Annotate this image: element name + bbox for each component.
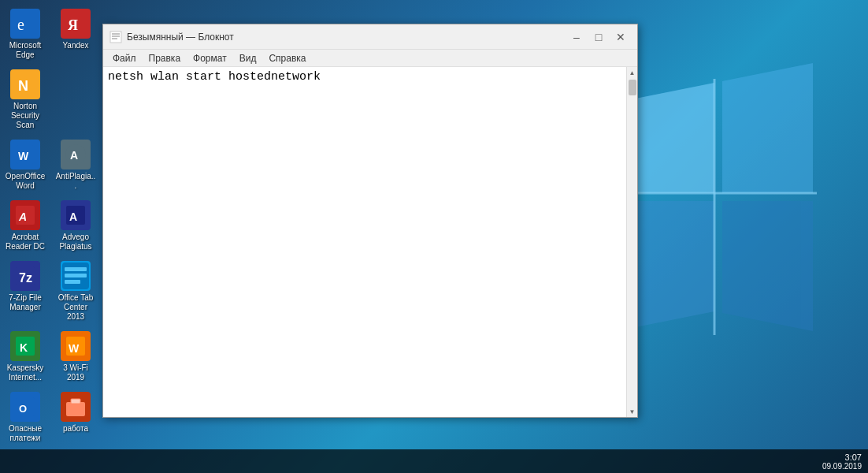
svg-text:W: W xyxy=(18,150,29,162)
icon-row-4: 7z 7-Zip File Manager Office Tab Center … xyxy=(0,256,102,326)
acrobat-icon: A xyxy=(10,200,40,230)
desktop-icon-norton[interactable]: N Norton Security Scan xyxy=(2,66,49,133)
svg-text:N: N xyxy=(18,78,28,94)
icon-row-5: K Kaspersky Internet... W 3 Wi-Fi 2019 xyxy=(0,326,102,387)
desktop-icon-kaspersky[interactable]: K Kaspersky Internet... xyxy=(2,328,49,385)
svg-marker-3 xyxy=(722,201,813,331)
svg-text:О: О xyxy=(19,403,27,415)
oplata-label: Опасные платежи xyxy=(5,424,46,443)
kaspersky-label: Kaspersky Internet... xyxy=(5,363,46,382)
svg-text:7z: 7z xyxy=(19,271,32,285)
3wifi-label: 3 Wi-Fi 2019 xyxy=(55,363,96,382)
office-tab-label: Office Tab Center 2013 xyxy=(55,293,96,322)
norton-label: Norton Security Scan xyxy=(5,102,46,130)
titlebar-buttons: – □ ✕ xyxy=(566,28,631,46)
maximize-button[interactable]: □ xyxy=(588,28,609,46)
7zip-icon: 7z xyxy=(10,261,40,291)
3wifi-icon: W xyxy=(61,331,91,361)
desktop-icon-openoffice[interactable]: W OpenOffice Word xyxy=(2,136,49,194)
desktop-icon-office-tab[interactable]: Office Tab Center 2013 xyxy=(52,258,99,325)
taskbar-date: 09.09.2019 xyxy=(822,462,862,471)
desktop-icon-3wifi[interactable]: W 3 Wi-Fi 2019 xyxy=(52,328,99,385)
desktop-icons-container: e Microsoft Edge Я Yandex N Norton Secur… xyxy=(0,0,102,473)
svg-marker-1 xyxy=(722,63,813,193)
notepad-content-area: netsh wlan start hostednetwork ▲ ▼ xyxy=(103,67,637,417)
icon-row-3: A Acrobat Reader DC A Advego Plagiatus xyxy=(0,196,102,256)
openoffice-label: OpenOffice Word xyxy=(5,172,46,191)
svg-rect-23 xyxy=(65,280,80,284)
openoffice-icon: W xyxy=(10,140,40,169)
norton-icon: N xyxy=(10,69,40,99)
taskbar: 3:07 09.09.2019 xyxy=(0,449,868,473)
svg-text:A: A xyxy=(69,210,77,223)
desktop-icon-rabota[interactable]: работа xyxy=(52,389,99,446)
scroll-thumb[interactable] xyxy=(629,80,636,95)
desktop-icon-oplata[interactable]: О Опасные платежи xyxy=(2,389,49,446)
desktop-icon-yandex[interactable]: Я Yandex xyxy=(52,6,99,63)
svg-text:e: e xyxy=(17,16,24,33)
antiplagia-icon: A xyxy=(61,140,91,169)
7zip-label: 7-Zip File Manager xyxy=(5,293,46,312)
notepad-menubar: Файл Правка Формат Вид Справка xyxy=(103,50,637,67)
kaspersky-icon: K xyxy=(10,331,40,361)
desktop-icon-edge[interactable]: e Microsoft Edge xyxy=(2,6,49,63)
desktop: e Microsoft Edge Я Yandex N Norton Secur… xyxy=(0,0,868,473)
yandex-icon: Я xyxy=(61,9,91,39)
menu-file[interactable]: Файл xyxy=(106,51,143,65)
svg-text:Я: Я xyxy=(68,17,78,33)
oplata-icon: О xyxy=(10,392,40,422)
icon-row-6: О Опасные платежи работа xyxy=(0,387,102,448)
svg-rect-21 xyxy=(65,267,87,271)
svg-rect-22 xyxy=(65,274,87,277)
desktop-icon-antiplagia[interactable]: A AntiPlagia... xyxy=(52,136,99,194)
menu-format[interactable]: Формат xyxy=(187,51,233,65)
svg-rect-32 xyxy=(110,32,121,43)
menu-edit[interactable]: Правка xyxy=(143,51,187,65)
icon-row-norton: N Norton Security Scan xyxy=(0,65,102,135)
notepad-titlebar[interactable]: Безымянный — Блокнот – □ ✕ xyxy=(103,24,637,50)
minimize-button[interactable]: – xyxy=(566,28,587,46)
desktop-icon-advego[interactable]: A Advego Plagiatus xyxy=(52,197,99,255)
notepad-textarea[interactable]: netsh wlan start hostednetwork xyxy=(103,67,637,417)
antiplagia-label: AntiPlagia... xyxy=(55,172,96,191)
taskbar-time: 3:07 xyxy=(845,453,862,462)
icon-row-2: W OpenOffice Word A AntiPlagia... xyxy=(0,135,102,196)
svg-text:K: K xyxy=(20,341,28,354)
menu-help[interactable]: Справка xyxy=(262,51,312,65)
scrollbar-vertical[interactable]: ▲ ▼ xyxy=(626,67,637,417)
desktop-icon-7zip[interactable]: 7z 7-Zip File Manager xyxy=(2,258,49,325)
scroll-up-arrow[interactable]: ▲ xyxy=(627,67,638,78)
menu-view[interactable]: Вид xyxy=(233,51,263,65)
taskbar-clock: 3:07 09.09.2019 xyxy=(822,453,868,471)
svg-text:W: W xyxy=(69,342,80,355)
close-button[interactable]: ✕ xyxy=(610,28,631,46)
icon-row-1: e Microsoft Edge Я Yandex xyxy=(0,4,102,65)
svg-text:A: A xyxy=(70,149,78,162)
scroll-down-arrow[interactable]: ▼ xyxy=(627,406,638,417)
edge-label: Microsoft Edge xyxy=(5,41,46,60)
notepad-window: Безымянный — Блокнот – □ ✕ Файл Правка Ф… xyxy=(102,24,638,418)
svg-rect-30 xyxy=(66,402,85,416)
advego-label: Advego Plagiatus xyxy=(55,233,96,251)
office-tab-icon xyxy=(61,261,91,291)
advego-icon: A xyxy=(61,200,91,230)
acrobat-label: Acrobat Reader DC xyxy=(5,233,46,251)
notepad-app-icon xyxy=(109,31,122,43)
svg-rect-31 xyxy=(71,399,80,404)
rabota-label: работа xyxy=(55,424,96,434)
notepad-title: Безымянный — Блокнот xyxy=(127,32,566,43)
desktop-icon-acrobat[interactable]: A Acrobat Reader DC xyxy=(2,197,49,255)
rabota-icon xyxy=(61,392,91,422)
edge-icon: e xyxy=(10,9,40,39)
yandex-label: Yandex xyxy=(55,41,96,50)
svg-text:A: A xyxy=(18,210,27,223)
